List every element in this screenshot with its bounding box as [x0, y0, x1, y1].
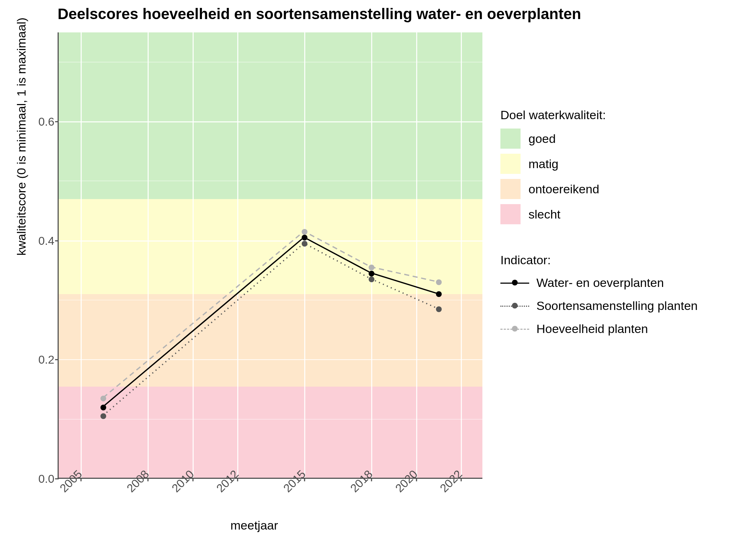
legend-swatch — [500, 204, 521, 224]
x-tick-mark — [192, 478, 193, 481]
legend-bands-title: Doel waterkwaliteit: — [500, 108, 698, 122]
legend-series-sample — [500, 320, 529, 338]
legend-swatch — [500, 179, 521, 199]
legend-series: Water- en oeverplantenSoortensamenstelli… — [500, 274, 698, 338]
gridline-v — [304, 32, 305, 478]
band-matig — [59, 199, 482, 294]
plot-area: 0.00.20.40.62005200820102012201520182020… — [58, 32, 482, 479]
data-point — [436, 279, 442, 285]
gridline-h-minor — [59, 181, 482, 181]
legend-swatch — [500, 129, 521, 149]
y-tick-label: 0.2 — [26, 353, 54, 366]
x-tick-mark — [371, 478, 372, 481]
gridline-h-minor — [59, 300, 482, 300]
legend-series-row: Hoeveelheid planten — [500, 320, 698, 338]
chart-container: Deelscores hoeveelheid en soortensamenst… — [0, 0, 756, 540]
legend-series-label: Hoeveelheid planten — [536, 322, 648, 336]
legend-band-label: ontoereikend — [528, 182, 599, 196]
data-point — [302, 229, 307, 235]
data-point — [100, 413, 106, 419]
x-tick-mark — [304, 478, 305, 481]
legend-band-label: goed — [528, 132, 556, 146]
legend-dot-icon — [512, 326, 518, 332]
data-point — [369, 271, 374, 276]
legend-series-sample — [500, 297, 529, 315]
legend-dot-icon — [512, 280, 518, 285]
y-tick-mark — [55, 240, 59, 241]
data-point — [436, 291, 442, 297]
x-tick-mark — [460, 478, 462, 481]
band-slecht — [59, 387, 482, 478]
legend-band-row: matig — [500, 154, 698, 174]
legend-series-row: Water- en oeverplanten — [500, 274, 698, 292]
y-tick-mark — [55, 478, 59, 480]
gridline-h — [59, 359, 482, 360]
y-tick-label: 0.6 — [26, 115, 54, 129]
legend-swatch — [500, 154, 521, 174]
y-tick-mark — [55, 121, 59, 122]
data-point — [302, 235, 307, 240]
legend-band-row: goed — [500, 129, 698, 149]
gridline-h-minor — [59, 419, 482, 419]
y-tick-label: 0.0 — [26, 472, 54, 486]
legend-series-label: Soortensamenstelling planten — [536, 299, 698, 313]
legend-series-row: Soortensamenstelling planten — [500, 297, 698, 315]
legend-band-row: slecht — [500, 204, 698, 224]
legend-dot-icon — [512, 303, 518, 309]
legend-band-label: slecht — [528, 207, 561, 221]
legend-band-row: ontoereikend — [500, 179, 698, 199]
data-point — [369, 265, 374, 270]
gridline-v — [237, 32, 238, 478]
plot-panel — [59, 32, 482, 478]
x-tick-mark — [148, 478, 149, 481]
legend-bands: goedmatigontoereikendslecht — [500, 129, 698, 224]
legend-band-label: matig — [528, 157, 558, 171]
data-point — [302, 241, 307, 247]
gridline-v — [148, 32, 149, 478]
gridline-v — [371, 32, 372, 478]
legend-series-label: Water- en oeverplanten — [536, 276, 664, 290]
gridline-v — [416, 32, 417, 478]
data-point — [436, 306, 442, 312]
data-point — [100, 405, 106, 410]
legend-series-title: Indicator: — [500, 253, 698, 267]
gridline-h — [59, 121, 482, 122]
legend-series-sample — [500, 274, 529, 292]
gridline-v — [81, 32, 82, 478]
legend: Doel waterkwaliteit: goedmatigontoereike… — [500, 108, 698, 343]
gridline-h — [59, 240, 482, 242]
chart-title: Deelscores hoeveelheid en soortensamenst… — [58, 5, 581, 23]
gridline-v — [461, 32, 462, 478]
x-tick-mark — [416, 478, 417, 481]
band-ontoereikend — [59, 294, 482, 386]
x-tick-mark — [81, 478, 82, 481]
data-point — [100, 396, 106, 401]
x-axis-label: meetjaar — [230, 518, 278, 532]
data-point — [369, 276, 374, 282]
y-axis-label: kwaliteitscore (0 is minimaal, 1 is maxi… — [14, 18, 28, 256]
gridline-h-minor — [59, 62, 482, 62]
x-tick-mark — [237, 478, 238, 481]
y-tick-label: 0.4 — [26, 234, 54, 247]
gridline-v — [193, 32, 194, 478]
band-goed — [59, 32, 482, 199]
y-tick-mark — [55, 359, 59, 360]
